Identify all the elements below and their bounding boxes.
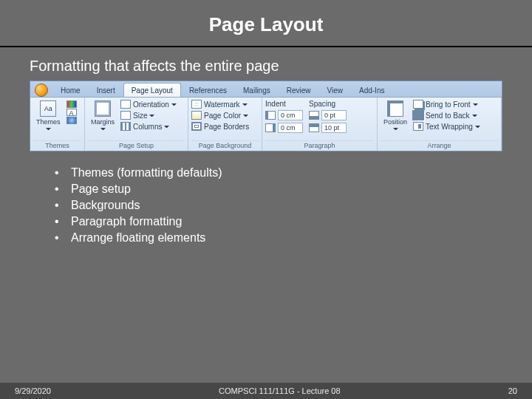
tab-review[interactable]: Review bbox=[279, 83, 319, 97]
page-borders-label: Page Borders bbox=[204, 123, 249, 131]
themes-label: Themes bbox=[36, 118, 61, 126]
group-page-setup: Margins Orientation Size bbox=[85, 98, 188, 151]
margins-button[interactable]: Margins bbox=[88, 99, 117, 132]
chevron-down-icon bbox=[149, 114, 154, 117]
chevron-down-icon bbox=[171, 103, 177, 106]
chevron-down-icon bbox=[393, 127, 398, 130]
spacing-header: Spacing bbox=[309, 99, 347, 109]
tab-home[interactable]: Home bbox=[52, 83, 89, 97]
indent-left-icon bbox=[265, 111, 276, 120]
send-to-back-label: Send to Back bbox=[426, 112, 469, 120]
list-item: Themes (formatting defaults) bbox=[71, 165, 532, 181]
position-label: Position bbox=[383, 118, 407, 126]
bring-to-front-button[interactable]: Bring to Front bbox=[413, 99, 480, 109]
watermark-button[interactable]: Watermark bbox=[191, 99, 249, 109]
group-page-setup-label: Page Setup bbox=[88, 140, 185, 151]
spacing-after-field[interactable]: 10 pt bbox=[309, 122, 347, 134]
group-arrange: Position Bring to Front Send to Back bbox=[378, 98, 502, 151]
chevron-down-icon bbox=[46, 127, 51, 130]
chevron-down-icon bbox=[242, 103, 248, 106]
chevron-down-icon bbox=[164, 125, 169, 128]
bring-to-front-icon bbox=[413, 100, 423, 109]
tab-strip: Home Insert Page Layout References Maili… bbox=[30, 81, 502, 98]
page-color-icon bbox=[191, 111, 202, 120]
office-button-icon[interactable] bbox=[35, 83, 48, 97]
slide-footer: 9/29/2020 COMPSCI 111/111G - Lecture 08 … bbox=[0, 383, 532, 399]
tab-mailings[interactable]: Mailings bbox=[235, 83, 279, 97]
size-label: Size bbox=[133, 112, 147, 120]
chevron-down-icon bbox=[472, 114, 477, 117]
position-button[interactable]: Position bbox=[381, 99, 410, 132]
size-icon bbox=[120, 111, 131, 120]
list-item: Page setup bbox=[71, 181, 532, 197]
spacing-after-icon bbox=[309, 123, 319, 132]
footer-date: 9/29/2020 bbox=[15, 386, 51, 395]
slide-subtitle: Formatting that affects the entire page bbox=[0, 47, 532, 81]
page-color-button[interactable]: Page Color bbox=[191, 110, 249, 120]
columns-icon bbox=[120, 122, 131, 131]
size-button[interactable]: Size bbox=[120, 110, 177, 120]
page-borders-icon bbox=[191, 122, 202, 131]
chevron-down-icon bbox=[473, 103, 478, 106]
page-color-label: Page Color bbox=[204, 112, 241, 120]
chevron-down-icon bbox=[475, 125, 480, 128]
tab-insert[interactable]: Insert bbox=[89, 83, 123, 97]
text-wrapping-label: Text Wrapping bbox=[426, 123, 473, 131]
columns-label: Columns bbox=[133, 123, 162, 131]
chevron-down-icon bbox=[100, 127, 106, 130]
spacing-before-icon bbox=[309, 111, 319, 120]
indent-right-value[interactable]: 0 cm bbox=[278, 123, 303, 133]
columns-button[interactable]: Columns bbox=[120, 121, 177, 132]
indent-right-icon bbox=[265, 123, 276, 132]
spacing-header-label: Spacing bbox=[309, 100, 335, 108]
themes-icon bbox=[40, 100, 56, 117]
group-paragraph: Indent 0 cm 0 cm Spacing bbox=[262, 98, 378, 151]
ribbon-groups: Themes Themes Margins bbox=[30, 98, 502, 151]
indent-left-value[interactable]: 0 cm bbox=[278, 110, 303, 120]
group-paragraph-label: Paragraph bbox=[265, 140, 374, 151]
bring-to-front-label: Bring to Front bbox=[426, 100, 471, 109]
text-wrapping-icon bbox=[413, 122, 423, 131]
spacing-before-value[interactable]: 0 pt bbox=[321, 110, 347, 120]
slide-title: Page Layout bbox=[0, 13, 532, 36]
indent-header-label: Indent bbox=[265, 100, 286, 108]
watermark-icon bbox=[191, 100, 202, 109]
send-to-back-icon bbox=[413, 111, 423, 120]
list-item: Paragraph formatting bbox=[71, 214, 532, 230]
indent-right-field[interactable]: 0 cm bbox=[265, 122, 303, 134]
group-page-background: Watermark Page Color Page Borders bbox=[188, 98, 262, 151]
orientation-label: Orientation bbox=[133, 100, 169, 109]
indent-left-field[interactable]: 0 cm bbox=[265, 109, 303, 121]
spacing-before-field[interactable]: 0 pt bbox=[309, 109, 347, 121]
tab-view[interactable]: View bbox=[319, 83, 352, 97]
tab-page-layout[interactable]: Page Layout bbox=[123, 83, 181, 97]
spacing-after-value[interactable]: 10 pt bbox=[321, 123, 347, 133]
theme-fonts-icon[interactable] bbox=[66, 109, 77, 116]
margins-label: Margins bbox=[91, 118, 115, 126]
send-to-back-button[interactable]: Send to Back bbox=[413, 110, 480, 120]
group-themes: Themes Themes bbox=[30, 98, 85, 151]
slide: Page Layout Formatting that affects the … bbox=[0, 0, 532, 399]
title-area: Page Layout bbox=[0, 0, 532, 46]
theme-effects-icon[interactable] bbox=[66, 117, 77, 124]
ribbon: Home Insert Page Layout References Maili… bbox=[30, 81, 502, 151]
tab-references[interactable]: References bbox=[181, 83, 235, 97]
theme-colors-icon[interactable] bbox=[66, 100, 77, 108]
group-arrange-label: Arrange bbox=[381, 140, 498, 151]
list-item: Backgrounds bbox=[71, 197, 532, 214]
bullet-list: Themes (formatting defaults) Page setup … bbox=[0, 151, 532, 246]
group-page-background-label: Page Background bbox=[191, 140, 259, 151]
orientation-icon bbox=[120, 100, 131, 109]
watermark-label: Watermark bbox=[204, 100, 240, 109]
orientation-button[interactable]: Orientation bbox=[120, 99, 177, 109]
text-wrapping-button[interactable]: Text Wrapping bbox=[413, 121, 480, 132]
indent-header: Indent bbox=[265, 99, 303, 109]
list-item: Arrange floating elements bbox=[71, 230, 532, 246]
themes-button[interactable]: Themes bbox=[33, 99, 64, 132]
position-icon bbox=[387, 100, 403, 117]
page-borders-button[interactable]: Page Borders bbox=[191, 121, 249, 132]
tab-add-ins[interactable]: Add-Ins bbox=[351, 83, 392, 97]
margins-icon bbox=[95, 100, 111, 117]
chevron-down-icon bbox=[243, 114, 248, 117]
footer-course: COMPSCI 111/111G - Lecture 08 bbox=[219, 386, 340, 395]
